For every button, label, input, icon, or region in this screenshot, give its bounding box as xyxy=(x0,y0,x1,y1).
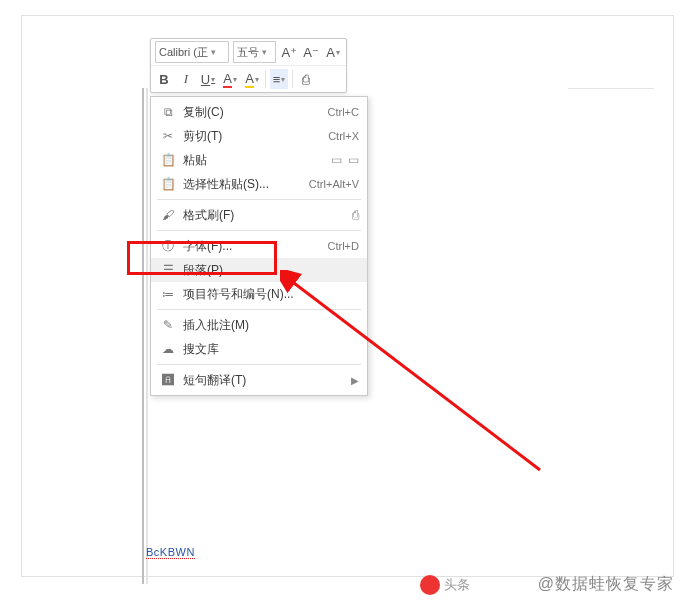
format-painter-icon: 🖌 xyxy=(159,208,177,222)
toolbar-separator xyxy=(292,70,293,88)
bullets-icon: ≔ xyxy=(159,287,177,301)
highlight-color-button[interactable]: A▾ xyxy=(243,69,261,89)
font-size-combo[interactable]: 五号▾ xyxy=(233,41,277,63)
screenshot-root: Calibri (正▾ 五号▾ A⁺ A⁻ A▾ B I U▾ A▾ A▾ ≡▾… xyxy=(0,0,700,603)
menu-separator xyxy=(157,230,361,231)
watermark-author: @数据蛙恢复专家 xyxy=(538,574,674,595)
font-family-combo[interactable]: Calibri (正▾ xyxy=(155,41,229,63)
menu-font-label: 字体(F)... xyxy=(177,238,328,255)
menu-font-shortcut: Ctrl+D xyxy=(328,240,359,252)
menu-paste-special-shortcut: Ctrl+Alt+V xyxy=(309,178,359,190)
align-button[interactable]: ≡▾ xyxy=(270,69,288,89)
underline-button[interactable]: U▾ xyxy=(199,69,217,89)
page-margin-left xyxy=(142,88,144,584)
copy-icon: ⧉ xyxy=(159,105,177,119)
svg-line-0 xyxy=(290,280,540,470)
menu-paste[interactable]: 📋 粘贴 ▭▭ xyxy=(151,148,367,172)
menu-copy[interactable]: ⧉ 复制(C) Ctrl+C xyxy=(151,100,367,124)
menu-copy-label: 复制(C) xyxy=(177,104,328,121)
paste-special-icon: 📋 xyxy=(159,177,177,191)
paste-icon: 📋 xyxy=(159,153,177,167)
toolbar-separator xyxy=(265,70,266,88)
menu-cut[interactable]: ✂ 剪切(T) Ctrl+X xyxy=(151,124,367,148)
font-size-value: 五号 xyxy=(237,45,259,60)
print-button[interactable]: ⎙ xyxy=(297,69,315,89)
menu-font[interactable]: Ⓣ 字体(F)... Ctrl+D xyxy=(151,234,367,258)
menu-copy-shortcut: Ctrl+C xyxy=(328,106,359,118)
menu-cut-label: 剪切(T) xyxy=(177,128,328,145)
page-margin-left-shadow xyxy=(146,88,148,584)
search-icon: ☁ xyxy=(159,342,177,356)
decrease-font-button[interactable]: A⁻ xyxy=(302,42,320,62)
paste-options[interactable]: ▭▭ xyxy=(331,153,359,167)
watermark-logo: 头条 xyxy=(420,575,470,595)
menu-separator xyxy=(157,199,361,200)
watermark-logo-circle xyxy=(420,575,440,595)
comment-icon: ✎ xyxy=(159,318,177,332)
change-case-button[interactable]: A▾ xyxy=(324,42,342,62)
italic-button[interactable]: I xyxy=(177,69,195,89)
format-painter-side-icon[interactable]: ⎙ xyxy=(352,208,359,222)
menu-format-painter[interactable]: 🖌 格式刷(F) ⎙ xyxy=(151,203,367,227)
bold-button[interactable]: B xyxy=(155,69,173,89)
watermark-logo-text: 头条 xyxy=(444,576,470,594)
paragraph-icon: ☰ xyxy=(159,263,177,277)
page-edge xyxy=(568,88,654,109)
font-icon: Ⓣ xyxy=(159,238,177,255)
mini-toolbar: Calibri (正▾ 五号▾ A⁺ A⁻ A▾ B I U▾ A▾ A▾ ≡▾… xyxy=(150,38,347,93)
font-family-value: Calibri (正 xyxy=(159,45,208,60)
menu-cut-shortcut: Ctrl+X xyxy=(328,130,359,142)
menu-paste-special-label: 选择性粘贴(S)... xyxy=(177,176,309,193)
menu-paste-special[interactable]: 📋 选择性粘贴(S)... Ctrl+Alt+V xyxy=(151,172,367,196)
menu-format-painter-label: 格式刷(F) xyxy=(177,207,352,224)
document-body-text[interactable]: BcKBWN xyxy=(146,546,195,559)
translate-icon: 🅰 xyxy=(159,373,177,387)
font-color-button[interactable]: A▾ xyxy=(221,69,239,89)
increase-font-button[interactable]: A⁺ xyxy=(280,42,298,62)
paste-option-icon[interactable]: ▭ xyxy=(331,153,342,167)
cut-icon: ✂ xyxy=(159,129,177,143)
annotation-arrow xyxy=(280,270,560,480)
paste-option-icon[interactable]: ▭ xyxy=(348,153,359,167)
menu-paste-label: 粘贴 xyxy=(177,152,331,169)
